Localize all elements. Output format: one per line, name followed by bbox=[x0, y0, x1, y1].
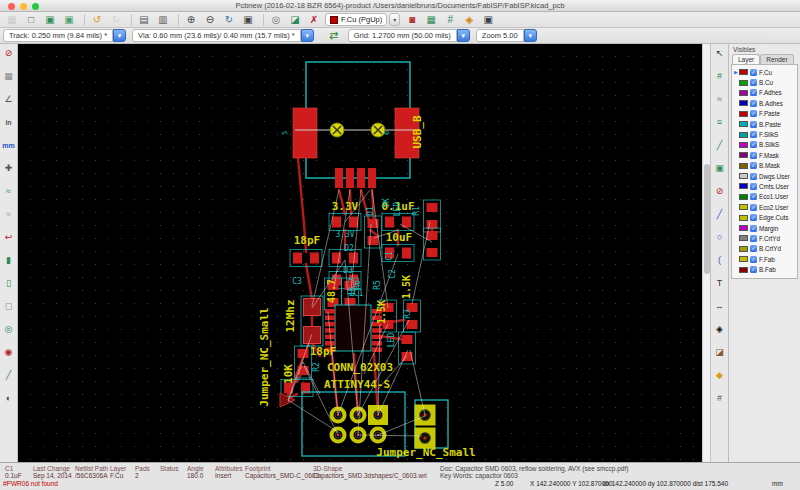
layer-color-swatch[interactable] bbox=[739, 152, 748, 158]
grid-visibility-icon[interactable]: ▦ bbox=[1, 69, 16, 84]
high-contrast-icon[interactable]: ◐ bbox=[1, 391, 16, 406]
layer-row-b-crtyd[interactable]: ✓B.CrtYd bbox=[733, 244, 797, 254]
footprint-wizard-icon[interactable]: ◪ bbox=[287, 13, 303, 27]
polar-coords-icon[interactable]: ∠ bbox=[1, 92, 16, 107]
layer-visibility-checkbox[interactable]: ✓ bbox=[750, 266, 757, 273]
print-icon[interactable]: ▤ bbox=[136, 13, 152, 27]
drc-off-icon[interactable]: ⊘ bbox=[1, 46, 16, 61]
layer-visibility-checkbox[interactable]: ✓ bbox=[750, 204, 757, 211]
grid-show-icon[interactable]: ▦ bbox=[423, 13, 439, 27]
layer-color-swatch[interactable] bbox=[739, 80, 748, 86]
layer-row-b-cu[interactable]: ✓B.Cu bbox=[733, 77, 797, 87]
layer-visibility-checkbox[interactable]: ✓ bbox=[750, 256, 757, 263]
layer-visibility-checkbox[interactable]: ✓ bbox=[750, 89, 757, 96]
units-inch-icon[interactable]: in bbox=[1, 115, 16, 130]
layer-color-swatch[interactable] bbox=[739, 235, 748, 241]
layer-color-swatch[interactable] bbox=[739, 163, 748, 169]
layer-row-f-cu[interactable]: ▶✓F.Cu bbox=[733, 67, 797, 77]
layer-color-swatch[interactable] bbox=[739, 90, 748, 96]
autoroute-mode-icon[interactable]: ▣ bbox=[712, 161, 727, 176]
layer-visibility-checkbox[interactable]: ✓ bbox=[750, 183, 757, 190]
layer-visibility-checkbox[interactable]: ✓ bbox=[750, 162, 757, 169]
footprint-browser-icon[interactable]: ▣ bbox=[61, 13, 77, 27]
layer-color-swatch[interactable] bbox=[739, 194, 748, 200]
grid-origin-icon[interactable]: # bbox=[712, 391, 727, 406]
grid-axes-icon[interactable]: # bbox=[442, 13, 458, 27]
mode-footprint-icon[interactable]: ◈ bbox=[461, 13, 477, 27]
layer-row-f-mask[interactable]: ✓F.Mask bbox=[733, 150, 797, 160]
undo-icon[interactable]: ↺ bbox=[89, 13, 105, 27]
layer-row-dwgs-user[interactable]: ✓Dwgs.User bbox=[733, 171, 797, 181]
layer-visibility-checkbox[interactable]: ✓ bbox=[750, 245, 757, 252]
layer-row-f-silks[interactable]: ✓F.SilkS bbox=[733, 129, 797, 139]
vertical-scrollbar[interactable] bbox=[702, 44, 710, 462]
tab-render[interactable]: Render bbox=[760, 54, 793, 64]
layer-color-swatch[interactable] bbox=[739, 183, 748, 189]
layer-row-eco1-user[interactable]: ✓Eco1.User bbox=[733, 192, 797, 202]
drill-map-icon[interactable]: ◆ bbox=[712, 368, 727, 383]
layer-visibility-checkbox[interactable]: ✓ bbox=[750, 131, 757, 138]
add-dimension-icon[interactable]: ↔ bbox=[712, 299, 727, 314]
layer-visibility-checkbox[interactable]: ✓ bbox=[750, 152, 757, 159]
layer-visibility-checkbox[interactable]: ✓ bbox=[750, 110, 757, 117]
zone-outline-icon[interactable]: ▯ bbox=[1, 276, 16, 291]
highlight-net-icon[interactable]: # bbox=[712, 69, 727, 84]
active-layer-select[interactable]: F.Cu (PgUp) bbox=[325, 13, 387, 26]
layer-color-swatch[interactable] bbox=[739, 100, 748, 106]
layer-row-b-mask[interactable]: ✓B.Mask bbox=[733, 161, 797, 171]
save-icon[interactable]: ▦ bbox=[4, 13, 20, 27]
layer-visibility-checkbox[interactable]: ✓ bbox=[750, 121, 757, 128]
undo-redo-list-icon[interactable]: ◙ bbox=[404, 13, 420, 27]
chevron-down-icon[interactable]: ▾ bbox=[301, 29, 314, 42]
layer-color-swatch[interactable] bbox=[739, 69, 748, 75]
auto-track-width-icon[interactable]: ⇄ bbox=[326, 29, 342, 43]
layer-color-swatch[interactable] bbox=[739, 204, 748, 210]
layer-visibility-checkbox[interactable]: ✓ bbox=[750, 235, 757, 242]
cursor-shape-icon[interactable]: ✚ bbox=[1, 161, 16, 176]
layer-visibility-checkbox[interactable]: ✓ bbox=[750, 193, 757, 200]
layer-color-swatch[interactable] bbox=[739, 121, 748, 127]
layer-row-f-fab[interactable]: ✓F.Fab bbox=[733, 254, 797, 264]
select-arrow-icon[interactable]: ↖ bbox=[712, 46, 727, 61]
layer-row-b-fab[interactable]: ✓B.Fab bbox=[733, 264, 797, 274]
layer-row-f-adhes[interactable]: ✓F.Adhes bbox=[733, 88, 797, 98]
layer-row-b-adhes[interactable]: ✓B.Adhes bbox=[733, 98, 797, 108]
tracks-sketch-icon[interactable]: ╱ bbox=[1, 368, 16, 383]
zone-filled-icon[interactable]: ▮ bbox=[1, 253, 16, 268]
draw-line-icon[interactable]: ╱ bbox=[712, 207, 727, 222]
layer-row-margin[interactable]: ✓Margin bbox=[733, 223, 797, 233]
delete-item-icon[interactable]: ◪ bbox=[712, 345, 727, 360]
local-ratsnest-icon[interactable]: ≈ bbox=[712, 92, 727, 107]
layer-color-swatch[interactable] bbox=[739, 142, 748, 148]
chevron-down-icon[interactable]: ▾ bbox=[113, 29, 126, 42]
add-target-icon[interactable]: ◈ bbox=[712, 322, 727, 337]
zoom-redraw-icon[interactable]: ↻ bbox=[221, 13, 237, 27]
3d-viewer-icon[interactable]: ▣ bbox=[480, 13, 496, 27]
add-text-icon[interactable]: T bbox=[712, 276, 727, 291]
zoom-out-icon[interactable]: ⊖ bbox=[202, 13, 218, 27]
units-mm-icon[interactable]: mm bbox=[1, 138, 16, 153]
zoom-in-icon[interactable]: ⊕ bbox=[183, 13, 199, 27]
chevron-down-icon[interactable]: ▾ bbox=[524, 29, 537, 42]
layer-color-swatch[interactable] bbox=[739, 111, 748, 117]
via-size-select[interactable]: Via: 0.60 mm (23.6 mils)/ 0.40 mm (15.7 … bbox=[132, 29, 314, 42]
pads-sketch-icon[interactable]: ◎ bbox=[1, 322, 16, 337]
layer-color-swatch[interactable] bbox=[739, 132, 748, 138]
layer-color-swatch[interactable] bbox=[739, 267, 748, 273]
drc-icon[interactable]: ✗ bbox=[306, 13, 322, 27]
layer-row-eco2-user[interactable]: ✓Eco2.User bbox=[733, 202, 797, 212]
layer-color-swatch[interactable] bbox=[739, 256, 748, 262]
grid-select[interactable]: Grid: 1.2700 mm (50.00 mils) ▾ bbox=[348, 29, 470, 42]
footprint-editor-icon[interactable]: ▣ bbox=[42, 13, 58, 27]
layer-row-b-paste[interactable]: ✓B.Paste bbox=[733, 119, 797, 129]
layer-color-swatch[interactable] bbox=[739, 173, 748, 179]
track-autodelete-icon[interactable]: ↩ bbox=[1, 230, 16, 245]
ratsnest-show-icon[interactable]: ≈ bbox=[1, 184, 16, 199]
ratsnest-footprint-icon[interactable]: ≈ bbox=[1, 207, 16, 222]
layer-visibility-checkbox[interactable]: ✓ bbox=[750, 79, 757, 86]
pcb-canvas[interactable]: USB_B3.3V0.1uF10uF18pF48.712Mhz18pF10KCO… bbox=[18, 44, 702, 462]
layer-row-b-silks[interactable]: ✓B.SilkS bbox=[733, 140, 797, 150]
chevron-down-icon[interactable]: ▾ bbox=[457, 29, 470, 42]
layer-color-swatch[interactable] bbox=[739, 215, 748, 221]
tab-layer[interactable]: Layer bbox=[732, 54, 760, 64]
